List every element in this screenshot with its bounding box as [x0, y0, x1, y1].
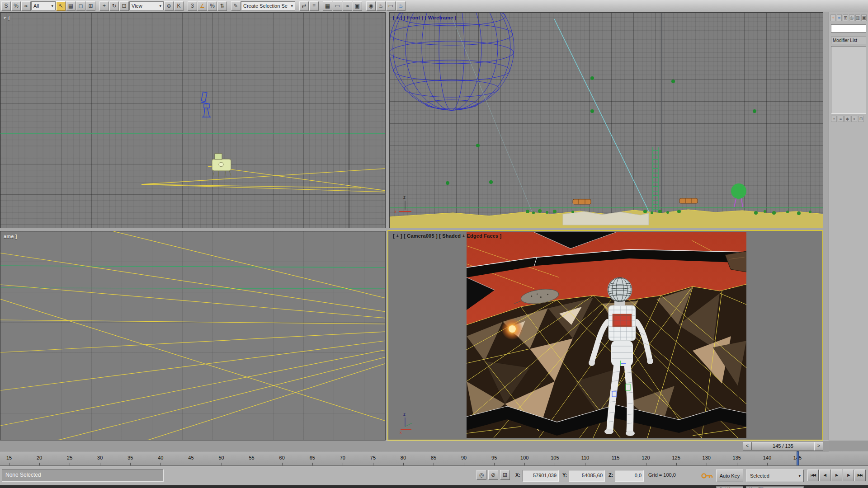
pin-stack-button[interactable]: ▪ — [831, 116, 837, 122]
modifier-list-dropdown[interactable]: Modifier List — [831, 37, 866, 44]
viewport-panel-gutter — [823, 12, 829, 441]
grid-size-label: Grid = 100,0 — [648, 472, 676, 478]
modifier-stack-list[interactable] — [831, 46, 866, 114]
viewport-label-partial[interactable]: e ] — [4, 15, 9, 20]
selection-region-button[interactable]: ◻ — [76, 1, 85, 11]
shaded-object-small — [212, 154, 231, 177]
toolbar-separator — [96, 1, 99, 11]
material-editor-button[interactable]: ◉ — [366, 1, 376, 11]
schematic-view-button[interactable]: ▣ — [353, 1, 362, 11]
previous-frame-button[interactable]: ◀| — [819, 469, 830, 481]
go-to-end-button[interactable]: ▶▶| — [854, 469, 866, 481]
layer-manager-button[interactable]: ▦ — [323, 1, 332, 11]
tab-display[interactable]: ▥ — [855, 14, 861, 21]
viewport-label-partial[interactable]: ame ] — [4, 234, 17, 239]
ruler-tickmark — [767, 463, 768, 465]
select-by-name-button[interactable]: ▤ — [66, 1, 75, 11]
play-button[interactable]: ▶ — [831, 469, 842, 481]
ruler-tickmark — [707, 463, 707, 465]
window-crossing-button[interactable]: ⊞ — [86, 1, 95, 11]
render-production-button[interactable]: ♨ — [396, 1, 406, 11]
viewport-bottom-left[interactable]: ame ] — [0, 231, 386, 441]
viewport-label[interactable]: [ + ] [ Front ] [ Wireframe ] — [393, 15, 456, 20]
tab-motion[interactable]: ◎ — [849, 14, 854, 21]
make-unique-button[interactable]: ◆ — [844, 116, 850, 122]
x-coord-field[interactable]: 57901,039 — [523, 470, 559, 482]
time-slider-next-arrow[interactable]: > — [814, 442, 823, 450]
show-end-result-button[interactable]: ≡ — [838, 116, 844, 122]
ruler-tickmark — [494, 463, 495, 465]
keyboard-override-button[interactable]: K — [174, 1, 184, 11]
time-slider-prev-arrow[interactable]: < — [743, 442, 752, 450]
curve-editor-button[interactable]: ≈ — [343, 1, 352, 11]
viewport-camera[interactable]: [ + ] [ Camera005 ] [ Shaded + Edged Fac… — [387, 230, 823, 441]
selection-filter-dropdown[interactable]: All▾ — [31, 1, 56, 10]
remove-modifier-button[interactable]: x — [851, 116, 857, 122]
align-button[interactable]: ≡ — [309, 1, 319, 11]
ruler-tickmark — [646, 463, 646, 465]
set-key-icon[interactable] — [701, 471, 713, 481]
angle-snap-button[interactable]: ∠ — [198, 1, 207, 11]
rendered-frame-button[interactable]: ▭ — [386, 1, 396, 11]
log-objects — [573, 198, 698, 204]
z-coord-field[interactable]: 0,0 — [615, 470, 644, 482]
time-slider-frame-display[interactable]: 145 / 135 — [752, 442, 814, 450]
chevron-down-icon: ▾ — [159, 4, 161, 8]
ruler-tick-95: 95 — [486, 455, 502, 460]
tree-object — [731, 183, 746, 207]
absolute-offset-mode-icon[interactable]: ⊞ — [500, 470, 510, 480]
ruler-tick-70: 70 — [335, 455, 350, 460]
toolbar-separator — [184, 1, 187, 11]
selection-set-dropdown[interactable]: Selected ▾ — [746, 469, 804, 482]
selection-set-dropdown-label: Selected — [750, 473, 769, 479]
status-bar: None Selected ◎⊘⊞ X: 57901,039 Y: -54085… — [0, 466, 868, 485]
mirror-button[interactable]: ⇄ — [299, 1, 309, 11]
ruler-tickmark — [160, 463, 161, 465]
graphite-ribbon-button[interactable]: ▭ — [333, 1, 342, 11]
named-selection-sets-dropdown[interactable]: Create Selection Se▾ — [241, 1, 295, 10]
x-coord-label: X: — [515, 472, 520, 478]
configure-modifier-sets-button[interactable]: ⊞ — [858, 116, 864, 122]
ruler-tickmark — [676, 463, 677, 465]
bind-spacewarp-icon[interactable]: ≈ — [21, 1, 31, 11]
snap-toggle-button[interactable]: 3 — [188, 1, 197, 11]
current-frame-marker[interactable] — [797, 451, 799, 466]
go-to-start-button[interactable]: |◀◀ — [807, 469, 819, 481]
select-scale-button[interactable]: ⊡ — [119, 1, 129, 11]
select-move-button[interactable]: + — [99, 1, 109, 11]
y-coord-field[interactable]: -54085,60 — [569, 470, 605, 482]
select-rotate-button[interactable]: ↻ — [109, 1, 119, 11]
viewport-label[interactable]: [ + ] [ Camera005 ] [ Shaded + Edged Fac… — [393, 233, 502, 239]
svg-text:z: z — [403, 412, 406, 417]
next-frame-button[interactable]: |▶ — [843, 469, 854, 481]
auto-key-button[interactable]: Auto Key — [716, 469, 743, 482]
percent-snap-button[interactable]: % — [208, 1, 217, 11]
isolate-selection-toggle[interactable]: ◎ — [476, 470, 486, 480]
viewport-front[interactable]: z x [ + ] [ Front ] [ Wireframe ] — [389, 12, 823, 228]
tab-modify[interactable]: ≈ — [837, 14, 842, 21]
tab-hierarchy[interactable]: ⊞ — [843, 14, 848, 21]
selection-lock-toggle[interactable]: ⊘ — [488, 470, 498, 480]
reference-coordinate-dropdown-label: View — [132, 3, 142, 9]
tab-utilities[interactable]: ▣ — [861, 14, 867, 21]
edit-named-selections-button[interactable]: ✎ — [231, 1, 241, 11]
spinner-snap-button[interactable]: ⇅ — [217, 1, 227, 11]
tab-create[interactable]: + — [830, 14, 836, 21]
timeline-ruler[interactable]: 1520253035404550556065707580859095100105… — [0, 451, 868, 466]
time-slider-track[interactable]: < 145 / 135 > — [0, 441, 829, 451]
ruler-tickmark — [373, 463, 373, 465]
unlink-icon[interactable]: % — [11, 1, 21, 11]
set-key-button[interactable]: Set Key — [716, 486, 743, 488]
select-manipulate-button[interactable]: ⊕ — [164, 1, 174, 11]
time-slider-handle[interactable]: < 145 / 135 > — [743, 442, 823, 450]
viewport-top-left[interactable]: e ] — [0, 12, 386, 228]
object-name-field[interactable] — [831, 24, 866, 33]
reference-coordinate-dropdown[interactable]: View▾ — [129, 1, 164, 10]
modifier-stack-toolbar: ▪≡◆x⊞ — [831, 116, 866, 122]
key-filters-button[interactable]: Key Filters... — [746, 486, 804, 488]
link-icon[interactable]: S — [1, 1, 11, 11]
select-object-button[interactable]: ↖ — [56, 1, 66, 11]
render-setup-button[interactable]: ♨ — [376, 1, 386, 11]
ruler-tick-135: 135 — [729, 455, 745, 460]
ruler-tickmark — [222, 463, 222, 465]
